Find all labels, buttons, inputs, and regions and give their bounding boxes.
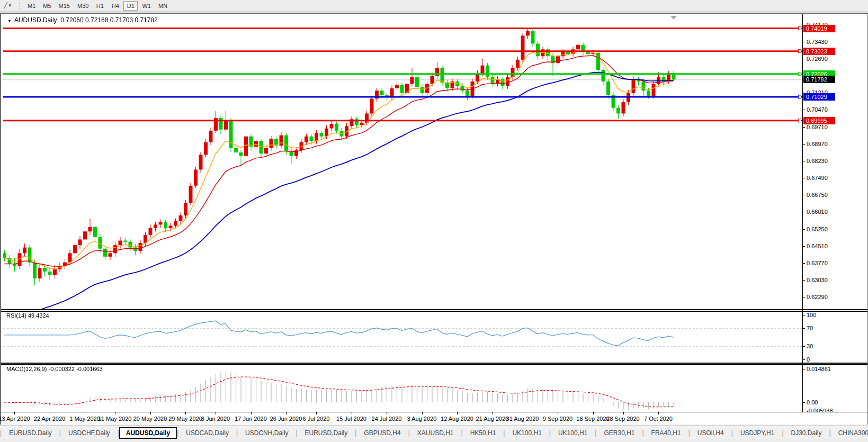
macd-tick-label: 0.014861 xyxy=(807,366,831,372)
price-tick-dash xyxy=(802,212,805,212)
date-label: 29 May 2020 xyxy=(168,416,202,422)
price-tick-dash xyxy=(802,127,805,128)
timeframe-button-mn[interactable]: MN xyxy=(155,1,171,11)
macd-tick-dash xyxy=(802,411,805,411)
main-chart-canvas[interactable] xyxy=(3,14,802,309)
price-tick-label: 0.66010 xyxy=(807,209,828,215)
price-tick-label: 0.67490 xyxy=(807,175,828,181)
current-price-badge: 0.71782 xyxy=(803,76,835,83)
date-label: 3 Aug 2020 xyxy=(407,416,437,422)
date-label: 15 Jul 2020 xyxy=(336,416,366,422)
rsi-label: RSI(14) 49.4324 xyxy=(6,312,49,319)
timeframe-button-d1[interactable]: D1 xyxy=(123,1,138,11)
level-price-badge: 0.71029 xyxy=(803,93,835,101)
price-tick-label: 0.62290 xyxy=(807,294,828,300)
date-tick xyxy=(558,412,558,414)
symbol-tab-eurusd-daily[interactable]: EURUSD,Daily xyxy=(298,428,355,438)
date-tick xyxy=(115,412,115,414)
date-tick xyxy=(50,412,50,414)
symbol-tab-audusd-daily[interactable]: AUDUSD,Daily xyxy=(119,427,177,439)
timeframe-toolbar: ╱▼ M1M5M15M30H1H4D1W1MN xyxy=(0,0,868,12)
rsi-tick-dash xyxy=(802,359,805,360)
timeframe-button-h4[interactable]: H4 xyxy=(108,1,122,11)
price-tick-label: 0.68230 xyxy=(807,158,828,164)
rsi-panel-canvas[interactable] xyxy=(3,312,802,363)
symbol-tab-fra40-h1[interactable]: FRA40,H1 xyxy=(644,428,688,438)
symbol-tab-usdjpy-h1[interactable]: USDJPY,H1 xyxy=(733,428,782,438)
time-axis[interactable]: 13 Apr 202022 Apr 20201 May 202011 May 2… xyxy=(1,412,867,425)
macd-label: MACD(12,26,9) -0.000322 -0.001663 xyxy=(6,366,103,372)
date-label: 17 Jun 2020 xyxy=(235,416,267,422)
date-label: 12 Aug 2020 xyxy=(441,416,473,422)
line-studies-icon[interactable]: ╱▼ xyxy=(0,1,16,11)
symbol-tab-usdchf-daily[interactable]: USDCHF,Daily xyxy=(61,428,118,438)
symbol-tab-china300-h1[interactable]: CHINA300,H1 xyxy=(831,428,868,438)
price-tick-label: 0.69710 xyxy=(807,124,828,130)
symbol-tab-ger30-h1[interactable]: GER30,H1 xyxy=(596,428,642,438)
symbol-tab-dj30-daily[interactable]: DJ30,Daily xyxy=(784,428,829,438)
toolbar-grip[interactable] xyxy=(18,2,22,10)
symbol-tab-xauusd-h1[interactable]: XAUUSD,H1 xyxy=(410,428,461,438)
date-tick xyxy=(523,412,523,414)
timeframe-button-w1[interactable]: W1 xyxy=(139,1,154,11)
price-tick-label: 0.73430 xyxy=(807,39,828,45)
level-price-badge: 0.73023 xyxy=(803,48,835,55)
price-tick-label: 0.72690 xyxy=(807,56,828,62)
price-tick-dash xyxy=(802,110,805,110)
macd-panel-canvas[interactable] xyxy=(3,365,802,412)
price-tick-label: 0.66750 xyxy=(807,192,828,198)
symbol-tab-uk100-h1[interactable]: UK100,H1 xyxy=(505,428,549,438)
date-tick xyxy=(216,412,216,414)
price-tick-dash xyxy=(802,42,805,42)
date-tick xyxy=(658,412,659,414)
date-label: 6 Jul 2020 xyxy=(303,416,330,422)
level-price-badge: 0.74019 xyxy=(803,25,835,32)
chart-title: ▼AUDUSD,Daily 0.72060 0.72168 0.71703 0.… xyxy=(7,16,158,24)
date-label: 11 May 2020 xyxy=(99,416,132,422)
price-tick-dash xyxy=(802,246,805,247)
date-label: 13 Apr 2020 xyxy=(0,416,30,422)
price-tick-dash xyxy=(802,263,805,264)
timeframe-button-m5[interactable]: M5 xyxy=(40,1,54,11)
symbol-tab-gbpusd-h4[interactable]: GBPUSD,H4 xyxy=(356,428,408,438)
date-tick xyxy=(352,412,352,414)
symbol-tabs: | EURUSD,Daily | USDCHF,Daily | AUDUSD,D… xyxy=(0,427,868,439)
date-tick xyxy=(251,412,252,414)
date-tick xyxy=(623,412,624,414)
macd-tick-dash xyxy=(802,369,805,369)
date-tick xyxy=(185,412,186,414)
timeframe-button-h1[interactable]: H1 xyxy=(93,1,107,11)
date-label: 9 Sep 2020 xyxy=(543,416,572,422)
price-tick-label: 0.65250 xyxy=(807,226,828,232)
rsi-tick-dash xyxy=(802,315,805,315)
price-tick-dash xyxy=(802,161,805,161)
price-tick-label: 0.63770 xyxy=(807,260,828,266)
rsi-tick-dash xyxy=(802,346,805,347)
chart-ohlc-values: 0.72060 0.72168 0.71703 0.71782 xyxy=(60,16,158,24)
symbol-tab-usoil-h4[interactable]: USOil,H4 xyxy=(690,428,731,438)
date-tick xyxy=(387,412,387,414)
price-tick-dash xyxy=(802,195,805,195)
timeframe-button-m30[interactable]: M30 xyxy=(74,1,92,11)
chart-menu-icon[interactable]: ▼ xyxy=(7,19,12,23)
level-price-badge: 0.69995 xyxy=(803,117,835,124)
date-label: 8 Jun 2020 xyxy=(201,416,230,422)
symbol-tab-usdcad-daily[interactable]: USDCAD,Daily xyxy=(178,428,236,438)
chart-shift-marker[interactable] xyxy=(670,16,677,20)
price-tick-dash xyxy=(802,144,805,145)
symbol-tabbar: | EURUSD,Daily | USDCHF,Daily | AUDUSD,D… xyxy=(0,426,868,439)
symbol-tab-usdcnh-daily[interactable]: USDCNH,Daily xyxy=(238,428,296,438)
timeframe-button-m15[interactable]: M15 xyxy=(56,1,73,11)
symbol-tab-uk100-h1[interactable]: UK100,H1 xyxy=(551,428,595,438)
date-tick xyxy=(150,412,151,414)
date-label: 24 Jul 2020 xyxy=(372,416,402,422)
symbol-tab-hk50-h1[interactable]: HK50,H1 xyxy=(463,428,504,438)
trading-app: ╱▼ M1M5M15M30H1H4D1W1MN ▼AUDUSD,Daily 0.… xyxy=(0,0,868,442)
date-tick xyxy=(593,412,594,414)
date-tick xyxy=(422,412,423,414)
date-tick xyxy=(85,412,85,414)
date-label: 28 Sep 2020 xyxy=(606,416,639,422)
macd-tick-label: 0.00 xyxy=(807,399,818,405)
timeframe-button-m1[interactable]: M1 xyxy=(24,1,39,11)
symbol-tab-eurusd-daily[interactable]: EURUSD,Daily xyxy=(2,428,59,438)
